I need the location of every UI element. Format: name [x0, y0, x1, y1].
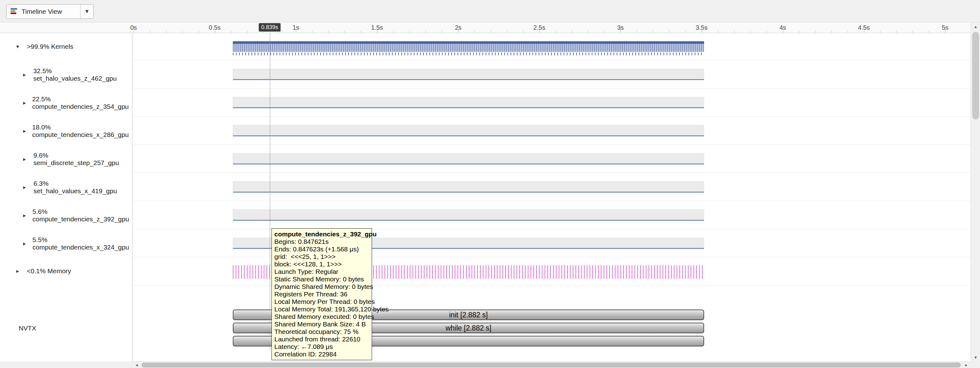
tooltip-line: Shared Memory Bank Size: 4 B — [274, 320, 369, 328]
row-nvtx[interactable]: NVTX — [0, 322, 132, 335]
row-set-halo-values-z[interactable]: ▸ 32.5% set_halo_values_z_462_gpu — [0, 68, 132, 81]
expand-arrow-icon[interactable]: ▸ — [23, 184, 34, 191]
tooltip-line: Local Memory Total: 191,365,120 bytes — [274, 306, 369, 313]
expand-arrow-icon[interactable]: ▸ — [23, 71, 33, 78]
kernel-activity-bar[interactable] — [233, 181, 704, 193]
row-separator — [133, 88, 970, 88]
row-semi-discrete-step[interactable]: ▸ 9.6% semi_discrete_step_257_gpu — [0, 153, 132, 166]
tick-label: 0.5s — [209, 24, 221, 31]
row-label: >99.9% Kernels — [27, 43, 73, 50]
kernel-activity-bar[interactable] — [233, 97, 704, 108]
scroll-up-icon[interactable]: ▲ — [971, 22, 980, 30]
expand-arrow-icon[interactable]: ▸ — [23, 240, 32, 247]
tooltip-line: Latency: ←7.089 μs — [274, 343, 369, 350]
row-compute-tendencies-x-324[interactable]: ▸ 5.5% compute_tendencies_x_324_gpu — [0, 237, 132, 250]
expand-arrow-icon[interactable]: ▸ — [23, 156, 33, 163]
row-set-halo-values-x[interactable]: ▸ 6.3% set_halo_values_x_419_gpu — [0, 181, 132, 194]
tooltip-line: Local Memory Per Thread: 0 bytes — [274, 298, 369, 306]
kernel-activity-bar[interactable] — [233, 153, 704, 165]
row-separator — [133, 173, 970, 173]
tick-label: 3s — [617, 24, 624, 31]
row-compute-tendencies-z-354[interactable]: ▸ 22.5% compute_tendencies_z_354_gpu — [0, 96, 132, 109]
scroll-right-icon[interactable]: ► — [962, 362, 970, 368]
view-selector-dropdown[interactable]: Timeline View ▼ — [6, 4, 94, 19]
expand-arrow-icon[interactable]: ▸ — [23, 212, 32, 219]
horizontal-scrollbar-thumb[interactable] — [142, 363, 961, 367]
tick-label: 1.5s — [371, 24, 383, 31]
tick-label: 2s — [455, 24, 461, 31]
row-compute-tendencies-z-392[interactable]: ▸ 5.6% compute_tendencies_z_392_gpu — [0, 209, 132, 222]
expand-arrow-icon[interactable]: ▸ — [23, 128, 32, 134]
row-separator — [133, 144, 970, 145]
row-label: 9.6% semi_discrete_step_257_gpu — [33, 152, 132, 166]
main-area: ▾ >99.9% Kernels ▸ 32.5% set_halo_values… — [0, 33, 980, 362]
chevron-down-icon: ▼ — [80, 5, 89, 18]
collapse-arrow-icon[interactable]: ▾ — [16, 43, 27, 50]
vertical-scrollbar[interactable]: ▲ ▼ — [970, 22, 980, 362]
kernels-launch-ticks — [233, 53, 704, 55]
cursor-time-badge: 0.839s — [259, 23, 281, 32]
tooltip-line: Launched from thread: 22610 — [274, 336, 369, 343]
row-label: 22.5% compute_tendencies_z_354_gpu — [32, 95, 132, 110]
tooltip-line: block: <<<128, 1, 1>>> — [274, 261, 369, 268]
row-label: 5.5% compute_tendencies_x_324_gpu — [32, 236, 132, 251]
row-label-panel: ▾ >99.9% Kernels ▸ 32.5% set_halo_values… — [0, 33, 132, 362]
timeline-view-icon — [10, 7, 18, 16]
tooltip-line: Launch Type: Regular — [274, 268, 369, 275]
row-label: 32.5% set_halo_values_z_462_gpu — [33, 67, 132, 82]
tooltip-line: Correlation ID: 22984 — [274, 350, 369, 358]
tooltip-line: Ends: 0.847623s (+1.568 μs) — [274, 245, 369, 253]
tooltip-line: Dynamic Shared Memory: 0 bytes — [274, 283, 369, 290]
tick-label: 4.5s — [858, 24, 870, 31]
tick-label: 5s — [942, 24, 948, 31]
tooltip-line: Theoretical occupancy: 75 % — [274, 328, 369, 336]
toolbar: Timeline View ▼ 1x i 15 messages — [0, 0, 980, 22]
row-label: <0.1% Memory — [27, 267, 71, 275]
expand-arrow-icon[interactable]: ▸ — [16, 268, 27, 275]
tooltip-title: compute_tendencies_z_392_gpu — [274, 230, 369, 238]
timeline-canvas[interactable]: init [2.882 s] while [2.882 s] compute_t… — [133, 33, 970, 362]
row-kernels[interactable]: ▾ >99.9% Kernels — [0, 40, 132, 53]
tooltip-line: Static Shared Memory: 0 bytes — [274, 275, 369, 283]
tooltip-line: grid: <<<25, 1, 1>>> — [274, 253, 369, 261]
nsight-timeline-window: Timeline View ▼ 1x i 15 messages 0s 0.5s… — [0, 0, 980, 368]
time-cursor-line — [270, 33, 270, 350]
kernel-activity-bar[interactable] — [233, 210, 704, 221]
scroll-down-icon[interactable]: ▼ — [971, 353, 980, 362]
tick-label: 3.5s — [696, 24, 708, 31]
time-ruler[interactable]: 0s 0.5s 1s 1.5s 2s 2.5s 3s 3.5s 4s 4.5s … — [0, 22, 970, 33]
vertical-scrollbar-thumb[interactable] — [972, 32, 979, 120]
kernel-activity-bar[interactable] — [233, 69, 704, 80]
row-memory[interactable]: ▸ <0.1% Memory — [0, 264, 132, 278]
tooltip-line: Begins: 0.847621s — [274, 238, 369, 245]
tooltip-line: Shared Memory executed: 0 bytes — [274, 313, 369, 320]
tick-label: 4s — [779, 24, 786, 31]
row-label: NVTX — [19, 325, 36, 332]
nvtx-range-label: while [2.882 s] — [445, 324, 491, 332]
tick-label: 1s — [293, 24, 299, 31]
row-label: 5.6% compute_tendencies_z_392_gpu — [32, 208, 132, 223]
view-selector-label: Timeline View — [22, 8, 62, 15]
horizontal-scrollbar[interactable]: ◄ ► — [132, 362, 970, 368]
row-label: 6.3% set_halo_values_x_419_gpu — [34, 180, 132, 195]
row-separator — [133, 116, 970, 117]
tick-label: 2.5s — [533, 24, 545, 31]
tooltip-line: Registers Per Thread: 36 — [274, 290, 369, 298]
row-separator — [133, 201, 970, 201]
tick-label: 0s — [130, 24, 137, 31]
scroll-left-icon[interactable]: ◄ — [132, 362, 141, 368]
row-label: 18.0% compute_tendencies_x_286_gpu — [32, 123, 132, 139]
row-compute-tendencies-x-286[interactable]: ▸ 18.0% compute_tendencies_x_286_gpu — [0, 125, 132, 138]
kernel-tooltip: compute_tendencies_z_392_gpu Begins: 0.8… — [272, 228, 372, 360]
kernel-activity-bar[interactable] — [233, 125, 704, 136]
expand-arrow-icon[interactable]: ▸ — [23, 99, 32, 106]
nvtx-range-label: init [2.882 s] — [449, 311, 488, 319]
kernels-summary-bar[interactable] — [233, 41, 704, 52]
scrollbar-corner — [970, 362, 980, 368]
row-separator — [133, 229, 970, 229]
